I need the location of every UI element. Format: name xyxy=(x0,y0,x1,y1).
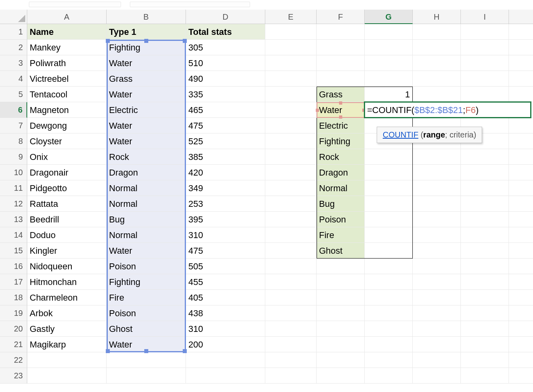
formula-edit-box[interactable]: =COUNTIF($B$2:$B$21;F6) xyxy=(364,101,531,118)
row-header-3[interactable]: 3 xyxy=(0,55,27,71)
row-header-10[interactable]: 10 xyxy=(0,165,27,180)
cell-E23[interactable] xyxy=(265,368,317,384)
cell-G15[interactable] xyxy=(365,243,413,259)
col-header-A[interactable]: A xyxy=(27,10,107,24)
cell-I20[interactable] xyxy=(461,321,509,337)
cell-D11[interactable]: 349 xyxy=(186,180,265,196)
cell-X11[interactable] xyxy=(509,180,533,196)
cell-F3[interactable] xyxy=(317,55,365,71)
cell-D3[interactable]: 510 xyxy=(186,55,265,71)
cell-B10[interactable]: Dragon xyxy=(107,165,186,180)
cell-X19[interactable] xyxy=(509,305,533,321)
cell-E19[interactable] xyxy=(265,305,317,321)
cell-H3[interactable] xyxy=(413,55,461,71)
cell-D12[interactable]: 253 xyxy=(186,196,265,212)
cell-A9[interactable]: Onix xyxy=(27,149,107,165)
cell-A2[interactable]: Mankey xyxy=(27,40,107,55)
cell-X23[interactable] xyxy=(509,368,533,384)
cell-D2[interactable]: 305 xyxy=(186,40,265,55)
row-header-19[interactable]: 19 xyxy=(0,305,27,321)
cell-X12[interactable] xyxy=(509,196,533,212)
cell-B15[interactable]: Water xyxy=(107,243,186,259)
cell-B3[interactable]: Water xyxy=(107,55,186,71)
cell-D16[interactable]: 505 xyxy=(186,259,265,274)
row-header-15[interactable]: 15 xyxy=(0,243,27,259)
cell-H21[interactable] xyxy=(413,337,461,352)
cell-A6[interactable]: Magneton xyxy=(27,102,107,118)
cell-H11[interactable] xyxy=(413,180,461,196)
col-header-F[interactable]: F xyxy=(317,10,365,24)
cell-G20[interactable] xyxy=(365,321,413,337)
cell-E7[interactable] xyxy=(265,118,317,133)
cell-D18[interactable]: 405 xyxy=(186,290,265,305)
cell-G11[interactable] xyxy=(365,180,413,196)
cell-D5[interactable]: 335 xyxy=(186,87,265,102)
cell-G17[interactable] xyxy=(365,274,413,290)
row-header-13[interactable]: 13 xyxy=(0,212,27,227)
row-header-8[interactable]: 8 xyxy=(0,133,27,149)
cell-A22[interactable] xyxy=(27,352,107,368)
cell-I9[interactable] xyxy=(461,149,509,165)
cell-H18[interactable] xyxy=(413,290,461,305)
row-header-17[interactable]: 17 xyxy=(0,274,27,290)
cell-H1[interactable] xyxy=(413,24,461,40)
cell-D7[interactable]: 475 xyxy=(186,118,265,133)
cell-X8[interactable] xyxy=(509,133,533,149)
cell-X20[interactable] xyxy=(509,321,533,337)
row-header-18[interactable]: 18 xyxy=(0,290,27,305)
cell-B9[interactable]: Rock xyxy=(107,149,186,165)
cell-D10[interactable]: 420 xyxy=(186,165,265,180)
cell-E15[interactable] xyxy=(265,243,317,259)
cell-A3[interactable]: Poliwrath xyxy=(27,55,107,71)
cell-H14[interactable] xyxy=(413,227,461,243)
cell-G16[interactable] xyxy=(365,259,413,274)
cell-D19[interactable]: 438 xyxy=(186,305,265,321)
cell-F10[interactable]: Dragon xyxy=(317,165,365,180)
cell-I18[interactable] xyxy=(461,290,509,305)
cell-H17[interactable] xyxy=(413,274,461,290)
cell-A19[interactable]: Arbok xyxy=(27,305,107,321)
cell-E20[interactable] xyxy=(265,321,317,337)
cell-E14[interactable] xyxy=(265,227,317,243)
cell-X14[interactable] xyxy=(509,227,533,243)
cell-A20[interactable]: Gastly xyxy=(27,321,107,337)
cell-I1[interactable] xyxy=(461,24,509,40)
cell-H9[interactable] xyxy=(413,149,461,165)
cell-grid[interactable]: NameType 1Total statsMankeyFighting305Po… xyxy=(27,24,533,384)
cell-I23[interactable] xyxy=(461,368,509,384)
cell-F20[interactable] xyxy=(317,321,365,337)
row-header-14[interactable]: 14 xyxy=(0,227,27,243)
cell-B13[interactable]: Bug xyxy=(107,212,186,227)
cell-E2[interactable] xyxy=(265,40,317,55)
cell-D13[interactable]: 395 xyxy=(186,212,265,227)
cell-F14[interactable]: Fire xyxy=(317,227,365,243)
cell-H2[interactable] xyxy=(413,40,461,55)
col-header-E[interactable]: E xyxy=(265,10,317,24)
cell-B20[interactable]: Ghost xyxy=(107,321,186,337)
cell-G10[interactable] xyxy=(365,165,413,180)
row-header-11[interactable]: 11 xyxy=(0,180,27,196)
cell-X5[interactable] xyxy=(509,87,533,102)
cell-E8[interactable] xyxy=(265,133,317,149)
row-header-1[interactable]: 1 xyxy=(0,24,27,40)
cell-G22[interactable] xyxy=(365,352,413,368)
cell-X18[interactable] xyxy=(509,290,533,305)
cell-F16[interactable] xyxy=(317,259,365,274)
cell-E3[interactable] xyxy=(265,55,317,71)
cell-X9[interactable] xyxy=(509,149,533,165)
cell-A13[interactable]: Beedrill xyxy=(27,212,107,227)
cell-A8[interactable]: Cloyster xyxy=(27,133,107,149)
cell-G4[interactable] xyxy=(365,71,413,87)
cell-E10[interactable] xyxy=(265,165,317,180)
cell-I21[interactable] xyxy=(461,337,509,352)
cell-F4[interactable] xyxy=(317,71,365,87)
cell-B12[interactable]: Normal xyxy=(107,196,186,212)
cell-B4[interactable]: Grass xyxy=(107,71,186,87)
cell-A1[interactable]: Name xyxy=(27,24,107,40)
cell-B8[interactable]: Water xyxy=(107,133,186,149)
cell-X3[interactable] xyxy=(509,55,533,71)
cell-D6[interactable]: 465 xyxy=(186,102,265,118)
cell-E1[interactable] xyxy=(265,24,317,40)
cell-G14[interactable] xyxy=(365,227,413,243)
cell-G21[interactable] xyxy=(365,337,413,352)
